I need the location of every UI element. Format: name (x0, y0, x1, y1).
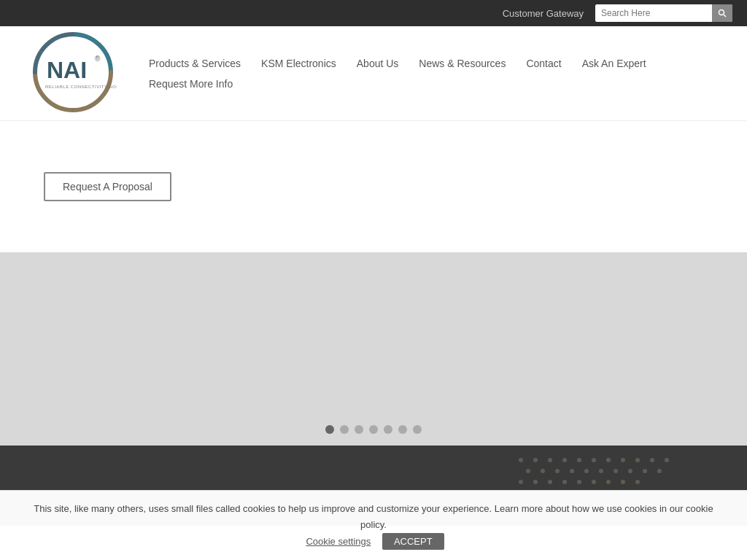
svg-point-23 (628, 469, 632, 473)
svg-point-32 (606, 480, 611, 484)
top-bar: Customer Gateway (0, 0, 747, 26)
nav-item-news-resources[interactable]: News & Resources (409, 53, 516, 74)
cookie-bar: This site, like many others, uses small … (0, 490, 747, 560)
svg-point-18 (555, 469, 560, 473)
svg-text:NAI: NAI (47, 57, 87, 83)
svg-point-28 (548, 480, 552, 484)
slider-dot-2[interactable] (340, 425, 349, 434)
slider-dots (325, 425, 422, 434)
nav-item-ksm-electronics[interactable]: KSM Electronics (251, 53, 347, 74)
svg-point-11 (606, 458, 611, 462)
svg-point-26 (519, 480, 523, 484)
search-input[interactable] (595, 4, 712, 22)
slider-dot-1[interactable] (325, 425, 334, 434)
svg-line-1 (724, 15, 726, 17)
svg-point-0 (719, 10, 724, 15)
nav-item-ask-an-expert[interactable]: Ask An Expert (572, 53, 657, 74)
svg-point-30 (577, 480, 581, 484)
svg-point-24 (643, 469, 647, 473)
hero-slider (0, 252, 747, 446)
svg-point-15 (665, 458, 669, 462)
svg-point-12 (621, 458, 625, 462)
svg-point-5 (519, 458, 523, 462)
slider-dot-4[interactable] (369, 425, 378, 434)
search-button[interactable] (712, 4, 732, 22)
search-container (595, 4, 732, 22)
svg-point-13 (635, 458, 640, 462)
svg-text:RELIABLE CONNECTIVITY SOLUTION: RELIABLE CONNECTIVITY SOLUTIONS (45, 85, 117, 89)
nav-item-contact[interactable]: Contact (516, 53, 571, 74)
nav-item-request-more-info[interactable]: Request More Info (139, 74, 243, 94)
accept-cookies-button[interactable]: ACCEPT (382, 533, 444, 550)
svg-point-22 (614, 469, 618, 473)
slider-dot-5[interactable] (384, 425, 392, 434)
header: NAI ® RELIABLE CONNECTIVITY SOLUTIONS Pr… (0, 26, 747, 121)
svg-point-19 (570, 469, 574, 473)
svg-point-34 (635, 480, 640, 484)
nai-logo: NAI ® RELIABLE CONNECTIVITY SOLUTIONS (29, 28, 117, 116)
cookie-message: This site, like many others, uses small … (34, 503, 713, 530)
svg-point-9 (577, 458, 581, 462)
svg-point-10 (592, 458, 596, 462)
slider-dot-6[interactable] (398, 425, 407, 434)
logo-area[interactable]: NAI ® RELIABLE CONNECTIVITY SOLUTIONS (29, 28, 117, 119)
svg-point-33 (621, 480, 625, 484)
svg-point-14 (650, 458, 654, 462)
cookie-settings-link[interactable]: Cookie settings (306, 536, 371, 547)
svg-point-25 (657, 469, 662, 473)
svg-point-21 (599, 469, 603, 473)
svg-point-17 (541, 469, 545, 473)
svg-point-29 (562, 480, 567, 484)
nav-item-products-services[interactable]: Products & Services (139, 53, 251, 74)
request-proposal-button[interactable]: Request A Proposal (44, 172, 171, 201)
svg-point-6 (533, 458, 538, 462)
customer-gateway-link[interactable]: Customer Gateway (503, 8, 584, 19)
svg-text:®: ® (95, 55, 101, 63)
slider-dot-7[interactable] (413, 425, 422, 434)
svg-point-16 (526, 469, 530, 473)
slider-dot-3[interactable] (355, 425, 363, 434)
svg-point-27 (533, 480, 538, 484)
hero-section: Request A Proposal (0, 121, 747, 252)
svg-point-20 (584, 469, 589, 473)
svg-point-7 (548, 458, 552, 462)
main-nav: Products & Services KSM Electronics Abou… (139, 53, 718, 94)
svg-point-31 (592, 480, 596, 484)
search-icon (718, 9, 727, 18)
nav-item-about-us[interactable]: About Us (347, 53, 409, 74)
svg-point-8 (562, 458, 567, 462)
